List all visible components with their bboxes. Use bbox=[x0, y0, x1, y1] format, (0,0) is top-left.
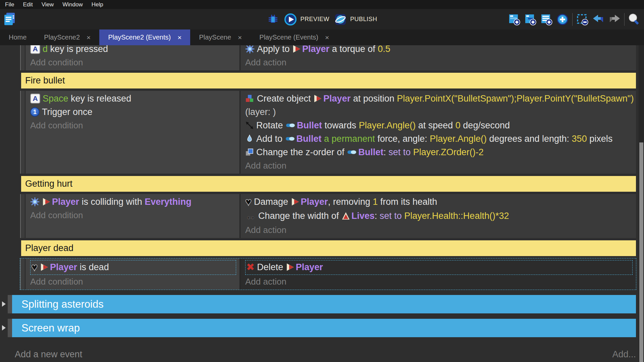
conditions-cell[interactable]: Ad key is pressedAdd condition bbox=[25, 45, 240, 70]
group-row[interactable]: Screen wrap bbox=[2, 319, 636, 337]
debugger-icon[interactable] bbox=[267, 13, 279, 26]
actions-cell[interactable]: Create object Player at position Player.… bbox=[240, 91, 636, 174]
action-line[interactable]: ✖Delete Player bbox=[246, 260, 632, 275]
keyboard-icon: A bbox=[30, 94, 40, 104]
add-event-icon[interactable] bbox=[508, 13, 521, 26]
comment-row[interactable]: Fire bullet bbox=[21, 73, 636, 88]
add-special-event-icon[interactable] bbox=[556, 13, 569, 26]
zorder-icon bbox=[245, 148, 254, 157]
tab-playscene[interactable]: PlayScene× bbox=[190, 29, 251, 45]
tab-home[interactable]: Home bbox=[0, 29, 35, 45]
tab-playscene-events-[interactable]: PlayScene (Events)× bbox=[251, 29, 338, 45]
actions-cell[interactable]: Apply to Player a torque of 0.5Add actio… bbox=[240, 45, 636, 70]
tab-playscene2-events-[interactable]: PlayScene2 (Events)× bbox=[99, 29, 190, 45]
comment-row[interactable]: Getting hurt bbox=[21, 176, 636, 192]
force-icon bbox=[245, 134, 254, 143]
group-drag-handle[interactable] bbox=[8, 319, 12, 337]
action-lines: ✖Delete Player bbox=[245, 260, 633, 275]
condition-line[interactable]: 1Trigger once bbox=[30, 105, 239, 119]
scrollbar-thumb[interactable] bbox=[639, 142, 643, 362]
add-action-button[interactable]: Add action bbox=[245, 223, 636, 237]
add-new-event-button[interactable]: Add a new event bbox=[15, 349, 612, 360]
toolbar-separator bbox=[624, 13, 625, 26]
group-row[interactable]: Splitting asteroids bbox=[2, 295, 636, 313]
vertical-scrollbar[interactable] bbox=[639, 45, 644, 362]
tab-playscene2[interactable]: PlayScene2× bbox=[35, 29, 99, 45]
tab-label: PlayScene (Events) bbox=[259, 34, 318, 41]
redo-icon[interactable] bbox=[608, 13, 621, 26]
add-action-button[interactable]: Add action bbox=[245, 56, 636, 69]
tab-label: PlayScene2 bbox=[44, 34, 80, 41]
menu-file[interactable]: File bbox=[1, 0, 18, 9]
conditions-cell[interactable]: Player is colliding with EverythingAdd c… bbox=[25, 194, 240, 238]
group-title[interactable]: Splitting asteroids bbox=[12, 295, 636, 313]
action-line[interactable]: Add to Bullet a permanent force, angle: … bbox=[245, 132, 636, 145]
add-action-button[interactable]: Add action bbox=[245, 159, 636, 172]
menu-view[interactable]: View bbox=[37, 0, 58, 9]
add-action-button[interactable]: Add action bbox=[245, 275, 636, 288]
actions-cell[interactable]: ♥Damage Player, removing 1 from its heal… bbox=[240, 194, 636, 238]
actions-cell[interactable]: ✖Delete PlayerAdd action bbox=[240, 258, 636, 290]
event-drag-handle[interactable] bbox=[20, 258, 25, 290]
menu-edit[interactable]: Edit bbox=[18, 0, 37, 9]
delete-selection-icon[interactable] bbox=[576, 13, 589, 26]
condition-line[interactable]: Ad key is pressed bbox=[30, 45, 239, 56]
lives-icon bbox=[341, 212, 350, 220]
undo-icon[interactable] bbox=[592, 13, 605, 26]
bottom-bar: Add a new event Add... bbox=[0, 347, 644, 362]
condition-line[interactable]: ASpace key is released bbox=[30, 92, 239, 105]
condition-line[interactable]: Player is colliding with Everything bbox=[30, 195, 239, 208]
keyboard-icon: A bbox=[30, 45, 40, 54]
condition-lines: ♥Player is dead bbox=[30, 260, 236, 275]
add-condition-button[interactable]: Add condition bbox=[30, 119, 239, 132]
create-icon bbox=[245, 94, 255, 103]
tab-close-button[interactable]: × bbox=[325, 34, 329, 42]
group-collapse-arrow[interactable] bbox=[2, 301, 6, 307]
menu-help[interactable]: Help bbox=[87, 0, 108, 9]
event-row[interactable]: ♥Player is deadAdd condition✖Delete Play… bbox=[20, 258, 636, 290]
events-sheet: Ad key is pressedAdd conditionApply to P… bbox=[0, 45, 644, 347]
event-drag-handle[interactable] bbox=[20, 194, 25, 238]
group-collapse-arrow[interactable] bbox=[2, 325, 6, 330]
player-icon bbox=[42, 197, 51, 206]
add-more-button[interactable]: Add... bbox=[612, 349, 636, 360]
action-line[interactable]: ♥Damage Player, removing 1 from its heal… bbox=[245, 195, 636, 209]
tab-label: PlayScene2 (Events) bbox=[108, 34, 171, 41]
comment-row[interactable]: Player dead bbox=[21, 240, 636, 256]
delete-icon: ✖ bbox=[246, 260, 255, 274]
tab-close-button[interactable]: × bbox=[87, 34, 91, 42]
preview-button[interactable]: PREVIEW bbox=[284, 13, 329, 26]
heart-icon: ♥ bbox=[31, 260, 38, 274]
add-comment-icon[interactable] bbox=[540, 13, 553, 26]
conditions-cell[interactable]: ♥Player is deadAdd condition bbox=[25, 258, 240, 290]
action-line[interactable]: Apply to Player a torque of 0.5 bbox=[245, 45, 636, 56]
event-drag-handle[interactable] bbox=[20, 91, 25, 174]
add-subevent-icon[interactable] bbox=[524, 13, 537, 26]
condition-lines: Ad key is pressed bbox=[30, 45, 239, 56]
tab-close-button[interactable]: × bbox=[177, 34, 181, 42]
group-drag-handle[interactable] bbox=[8, 295, 12, 313]
action-line[interactable]: Change the z-order of Bullet: set to Pla… bbox=[245, 145, 636, 159]
publish-button[interactable]: PUBLISH bbox=[334, 13, 377, 26]
event-row[interactable]: ASpace key is released1Trigger onceAdd c… bbox=[20, 91, 636, 174]
action-line[interactable]: Rotate Bullet towards Player.Angle() at … bbox=[245, 119, 636, 132]
player-icon bbox=[313, 94, 322, 103]
group-title[interactable]: Screen wrap bbox=[12, 319, 636, 337]
event-row[interactable]: Ad key is pressedAdd conditionApply to P… bbox=[20, 45, 636, 70]
add-condition-button[interactable]: Add condition bbox=[30, 275, 239, 288]
action-line[interactable]: ↔Change the width of Lives: set to Playe… bbox=[245, 209, 636, 223]
add-condition-button[interactable]: Add condition bbox=[30, 208, 239, 222]
event-drag-handle[interactable] bbox=[20, 45, 25, 70]
tab-close-button[interactable]: × bbox=[238, 34, 242, 42]
action-line[interactable]: Create object Player at position Player.… bbox=[245, 92, 636, 119]
bullet-icon bbox=[285, 122, 296, 129]
search-icon[interactable] bbox=[628, 13, 641, 26]
condition-line[interactable]: ♥Player is dead bbox=[31, 260, 236, 275]
add-condition-button[interactable]: Add condition bbox=[30, 56, 239, 69]
conditions-cell[interactable]: ASpace key is released1Trigger onceAdd c… bbox=[25, 91, 240, 174]
preview-label: PREVIEW bbox=[300, 16, 329, 23]
menu-window[interactable]: Window bbox=[58, 0, 87, 9]
event-row[interactable]: Player is colliding with EverythingAdd c… bbox=[20, 194, 636, 238]
tab-label: PlayScene bbox=[199, 34, 231, 41]
action-lines: Apply to Player a torque of 0.5 bbox=[245, 45, 636, 56]
